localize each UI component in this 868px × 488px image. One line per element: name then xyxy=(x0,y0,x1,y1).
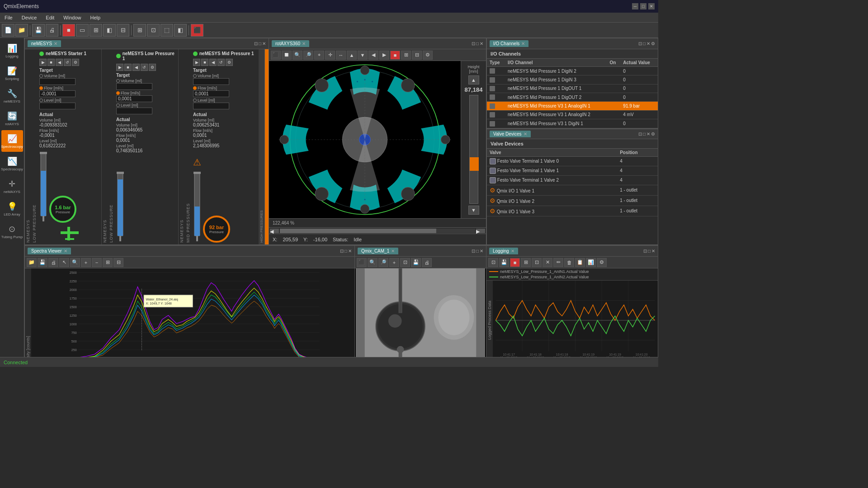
cam-btn-4[interactable]: + xyxy=(389,258,399,267)
spectra-btn-grid[interactable]: ⊟ xyxy=(113,258,123,267)
rotaxys-btn-4[interactable]: 🔎 xyxy=(303,51,313,60)
log-btn-10[interactable]: 📊 xyxy=(586,258,596,267)
camera-tab[interactable]: Qmix_CAM_1 ✕ xyxy=(358,248,398,254)
pump3-flow-input[interactable] xyxy=(193,90,229,97)
sidebar-rotaxys[interactable]: 🔄 rotAXYS xyxy=(1,108,23,129)
spectra-btn-zoom[interactable]: 🔍 xyxy=(70,258,80,267)
logging-ctrl-2[interactable]: □ xyxy=(648,249,651,253)
valve-close[interactable]: ✕ xyxy=(524,131,527,136)
pump2-stop[interactable]: ■ xyxy=(124,64,132,71)
sidebar-spectroscopy2[interactable]: 📉 Spectroscopy xyxy=(1,153,23,174)
logging-ctrl-3[interactable]: ✕ xyxy=(651,249,655,253)
height-down[interactable]: ▼ xyxy=(468,206,479,215)
rotaxys-ctrl-1[interactable]: ⊡ xyxy=(472,41,475,46)
pump3-stop[interactable]: ■ xyxy=(201,59,208,66)
cam-btn-6[interactable]: 💾 xyxy=(411,258,421,267)
toolbar-btn-5[interactable]: ⊞ xyxy=(90,24,102,37)
toolbar-save[interactable]: 💾 xyxy=(32,24,45,37)
spectra-btn-zoom-in[interactable]: + xyxy=(81,258,91,267)
toolbar-btn-8[interactable]: ⊞ xyxy=(133,24,146,37)
log-btn-3[interactable]: ■ xyxy=(510,258,520,267)
log-btn-9[interactable]: 📋 xyxy=(575,258,585,267)
rotaxys-btn-8[interactable]: ▲ xyxy=(347,51,357,60)
log-btn-6[interactable]: ✕ xyxy=(542,258,552,267)
menu-help[interactable]: Help xyxy=(88,14,102,21)
pump2-play[interactable]: ▶ xyxy=(116,64,123,71)
pump1-flow-input[interactable] xyxy=(39,90,75,97)
spectra-close[interactable]: ✕ xyxy=(64,249,67,253)
logging-ctrl-1[interactable]: ⊡ xyxy=(643,249,647,253)
spectra-btn-2[interactable]: 💾 xyxy=(38,258,47,267)
toolbar-btn-6[interactable]: ◧ xyxy=(103,24,116,37)
valve-settings[interactable]: ⚙ xyxy=(651,131,655,136)
rotaxys-btn-14[interactable]: ⊟ xyxy=(412,51,422,60)
io-close[interactable]: ✕ xyxy=(521,41,525,46)
rotaxys-btn-13[interactable]: ⊞ xyxy=(401,51,411,60)
maximize-button[interactable]: □ xyxy=(640,3,646,9)
toolbar-open[interactable]: 📁 xyxy=(15,24,28,37)
pump3-vol-radio[interactable] xyxy=(193,74,197,78)
nemesys-close[interactable]: ✕ xyxy=(54,41,57,46)
sidebar-nehaxys[interactable]: ✛ neMAXYS xyxy=(1,175,23,197)
spectra-tab[interactable]: Spectra Viewer ✕ xyxy=(28,248,71,254)
spectra-ctrl-2[interactable]: □ xyxy=(344,249,347,253)
rotaxys-btn-5[interactable]: ⌖ xyxy=(314,51,324,60)
sidebar-led[interactable]: 💡 LED Array xyxy=(1,198,23,220)
spectra-btn-open[interactable]: 📁 xyxy=(27,258,37,267)
rotaxys-close[interactable]: ✕ xyxy=(302,41,306,46)
menu-window[interactable]: Window xyxy=(61,14,83,21)
toolbar-stop-red[interactable]: ⬛ xyxy=(191,24,203,37)
rotaxys-btn-15[interactable]: ⚙ xyxy=(423,51,433,60)
height-slider[interactable] xyxy=(469,95,478,204)
menu-file[interactable]: File xyxy=(3,14,14,21)
pump2-refresh[interactable]: ↺ xyxy=(141,64,148,71)
rotaxys-btn-1[interactable]: ⬛ xyxy=(271,51,281,60)
io-tab[interactable]: I/O Channels ✕ xyxy=(490,40,528,47)
nemesys-ctrl-1[interactable]: ⊡ xyxy=(254,41,258,46)
pump2-settings[interactable]: ⚙ xyxy=(149,64,156,71)
sidebar-tubing[interactable]: ⊙ Tubing Pump xyxy=(1,221,23,242)
toolbar-btn-11[interactable]: ◧ xyxy=(174,24,187,37)
pump1-vol-input[interactable] xyxy=(39,78,75,85)
spectra-btn-3[interactable]: 🖨 xyxy=(48,258,58,267)
valve-ctrl-2[interactable]: □ xyxy=(643,131,646,136)
cam-btn-2[interactable]: 🔍 xyxy=(368,258,377,267)
pump3-flow-radio[interactable] xyxy=(193,86,197,90)
spectra-btn-zoom-out[interactable]: − xyxy=(92,258,102,267)
io-ctrl-2[interactable]: □ xyxy=(643,41,646,46)
pump3-refresh[interactable]: ↺ xyxy=(217,59,225,66)
rotaxys-btn-10[interactable]: ◀ xyxy=(368,51,378,60)
pump1-vol-radio[interactable] xyxy=(39,74,43,78)
camera-close[interactable]: ✕ xyxy=(391,249,395,253)
pump1-level-radio[interactable] xyxy=(39,99,43,102)
camera-ctrl-1[interactable]: ⊡ xyxy=(472,249,475,253)
sidebar-scripting[interactable]: 📝 Scripting xyxy=(1,62,23,84)
pump3-rev[interactable]: ◀ xyxy=(209,59,217,66)
rotaxys-btn-11[interactable]: ▶ xyxy=(379,51,389,60)
log-btn-1[interactable]: ⊡ xyxy=(488,258,498,267)
cam-btn-3[interactable]: 🔎 xyxy=(378,258,388,267)
pump2-level-radio[interactable] xyxy=(116,103,120,107)
pump2-flow-radio[interactable] xyxy=(116,91,120,95)
pump2-vol-input[interactable] xyxy=(116,83,152,90)
toolbar-new[interactable]: 📄 xyxy=(2,24,14,37)
toolbar-btn-10[interactable]: ⬚ xyxy=(160,24,173,37)
pump1-play[interactable]: ▶ xyxy=(39,59,47,66)
cam-btn-5[interactable]: ⊡ xyxy=(400,258,410,267)
logging-close[interactable]: ✕ xyxy=(511,249,514,253)
cam-btn-1[interactable]: ⬛ xyxy=(357,258,367,267)
rotaxys-btn-7[interactable]: ↔ xyxy=(336,51,346,60)
spectra-ctrl-1[interactable]: ⊡ xyxy=(340,249,344,253)
sidebar-nemesys[interactable]: 🔧 neMESYS xyxy=(1,85,23,107)
pump1-rev[interactable]: ◀ xyxy=(56,59,63,66)
rotaxys-ctrl-3[interactable]: ✕ xyxy=(480,41,483,46)
scroll-thumb[interactable] xyxy=(280,229,436,233)
log-btn-11[interactable]: ⚙ xyxy=(597,258,607,267)
nemesys-ctrl-3[interactable]: ✕ xyxy=(262,41,266,46)
cam-btn-7[interactable]: 🖨 xyxy=(422,258,432,267)
rotaxys-scrollbar[interactable]: ◀ ▶ xyxy=(269,227,486,234)
pump1-flow-radio[interactable] xyxy=(39,86,43,90)
pump3-vol-input[interactable] xyxy=(193,78,229,85)
log-btn-7[interactable]: ✏ xyxy=(553,258,563,267)
toolbar-btn-9[interactable]: ⊡ xyxy=(147,24,160,37)
